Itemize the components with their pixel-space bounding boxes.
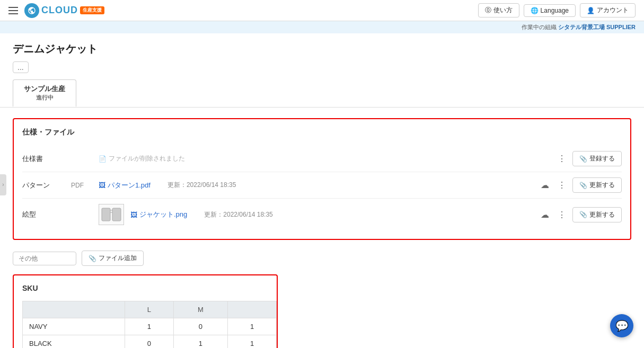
logo-circle — [24, 3, 39, 18]
logo: CLOUD 生産支援 — [24, 3, 104, 18]
more-button[interactable]: ... — [13, 61, 29, 73]
sku-table: L M NAVY 1 0 1 BLACK 0 1 — [22, 301, 277, 348]
file-icon-pattern: 🖼 — [99, 181, 105, 189]
more-options-pattern[interactable]: ⋮ — [555, 178, 568, 192]
file-label-spec: 仕様書 — [22, 154, 65, 164]
account-button[interactable]: 👤 アカウント — [580, 3, 636, 17]
file-deleted-spec: 📄 ファイルが削除されました — [99, 154, 549, 163]
file-type-pattern: PDF — [71, 182, 92, 189]
svg-rect-1 — [112, 208, 121, 221]
file-actions-spec: ⋮ 📎 登録する — [555, 151, 622, 166]
header-left: CLOUD 生産支援 — [8, 3, 104, 18]
page-title: デニムジャケット — [13, 42, 631, 56]
tab-sample-production[interactable]: サンプル生産 進行中 — [13, 79, 76, 107]
file-thumb-sketch — [99, 204, 124, 225]
cloud-upload-sketch[interactable]: ☁ — [539, 208, 551, 222]
update-btn-pattern[interactable]: 📎 更新する — [572, 177, 622, 193]
sku-cell-black-total: 1 — [228, 335, 277, 349]
other-files: 📎 ファイル追加 — [13, 251, 631, 266]
sku-row-navy: NAVY 1 0 1 — [23, 318, 277, 335]
sku-cell-navy-total: 1 — [228, 318, 277, 335]
header: CLOUD 生産支援 ⓪ 使い方 🌐 Language 👤 アカウント — [0, 0, 644, 21]
menu-icon[interactable] — [8, 7, 18, 14]
person-icon: 👤 — [587, 7, 595, 14]
main-content: 仕様・ファイル 仕様書 📄 ファイルが削除されました ⋮ 📎 登録する — [0, 108, 644, 348]
svg-rect-0 — [102, 208, 110, 221]
sku-col-empty — [23, 301, 125, 318]
org-bar: 作業中の組織 シタテル背景工場 SUPPLIER — [0, 21, 644, 33]
question-icon: ⓪ — [485, 6, 491, 15]
register-btn-spec[interactable]: 📎 登録する — [572, 151, 622, 166]
sku-cell-navy-m: 0 — [173, 318, 227, 335]
language-button[interactable]: 🌐 Language — [524, 4, 576, 17]
org-label: 作業中の組織 — [522, 24, 557, 30]
sku-col-total — [228, 301, 277, 318]
file-link-sketch[interactable]: 🖼 ジャケット.png — [130, 210, 187, 219]
tab-label: サンプル生産 — [24, 84, 65, 94]
tabs: サンプル生産 進行中 — [13, 79, 631, 107]
spec-section: 仕様・ファイル 仕様書 📄 ファイルが削除されました ⋮ 📎 登録する — [13, 118, 631, 240]
file-label-sketch: 絵型 — [22, 210, 65, 219]
file-icon: 📄 — [99, 155, 107, 163]
spec-section-title: 仕様・ファイル — [22, 128, 622, 137]
sku-col-l: L — [125, 301, 173, 318]
chat-button[interactable]: 💬 — [610, 314, 633, 337]
sku-cell-navy-l: 1 — [125, 318, 173, 335]
sku-row-black: BLACK 0 1 1 — [23, 335, 277, 349]
file-label-pattern: パターン — [22, 181, 65, 190]
add-file-btn[interactable]: 📎 ファイル追加 — [82, 251, 144, 266]
sku-cell-navy-color: NAVY — [23, 318, 125, 335]
sku-col-m: M — [173, 301, 227, 318]
page-header: デニムジャケット ... サンプル生産 進行中 — [0, 33, 644, 108]
sku-cell-black-l: 0 — [125, 335, 173, 349]
clip-icon: 📎 — [579, 155, 587, 163]
clip-icon-sketch: 📎 — [579, 211, 587, 218]
file-actions-pattern: ☁ ⋮ 📎 更新する — [539, 177, 622, 193]
cloud-upload-pattern[interactable]: ☁ — [539, 178, 551, 192]
file-row-sketch: 絵型 🖼 ジャケット.png 更新：2022/06/14 18:35 — [22, 199, 622, 230]
logo-text: CLOUD — [41, 5, 78, 16]
sidebar-toggle[interactable]: › — [0, 174, 6, 195]
clip-icon-add: 📎 — [89, 255, 96, 262]
more-options-spec[interactable]: ⋮ — [555, 151, 568, 166]
sku-cell-black-color: BLACK — [23, 335, 125, 349]
chat-icon: 💬 — [615, 319, 629, 332]
sku-cell-black-m: 1 — [173, 335, 227, 349]
clip-icon-pattern: 📎 — [579, 182, 587, 189]
file-icon-sketch: 🖼 — [130, 211, 137, 219]
file-row-pattern: パターン PDF 🖼 パターン1.pdf 更新：2022/06/14 18:35… — [22, 172, 622, 199]
globe-icon: 🌐 — [531, 7, 539, 14]
sku-header-row: L M — [23, 301, 277, 318]
file-actions-sketch: ☁ ⋮ 📎 更新する — [539, 207, 622, 222]
usage-button[interactable]: ⓪ 使い方 — [478, 3, 519, 17]
file-meta-sketch: 更新：2022/06/14 18:35 — [204, 210, 532, 219]
tab-status: 進行中 — [24, 94, 65, 102]
page-container: デニムジャケット ... サンプル生産 進行中 仕様・ファイル 仕様書 📄 ファ… — [0, 33, 644, 348]
sku-section-title: SKU — [22, 284, 268, 292]
header-right: ⓪ 使い方 🌐 Language 👤 アカウント — [478, 3, 636, 17]
org-name-link[interactable]: シタテル背景工場 SUPPLIER — [558, 24, 636, 30]
logo-badge: 生産支援 — [80, 6, 104, 14]
update-btn-sketch[interactable]: 📎 更新する — [572, 207, 622, 222]
file-link-pattern[interactable]: 🖼 パターン1.pdf — [99, 181, 151, 190]
file-row-spec: 仕様書 📄 ファイルが削除されました ⋮ 📎 登録する — [22, 146, 622, 172]
sku-section: SKU L M NAVY 1 0 1 — [13, 274, 278, 348]
more-options-sketch[interactable]: ⋮ — [555, 208, 568, 222]
file-meta-pattern: 更新：2022/06/14 18:35 — [167, 181, 532, 190]
other-label-input[interactable] — [13, 252, 76, 265]
